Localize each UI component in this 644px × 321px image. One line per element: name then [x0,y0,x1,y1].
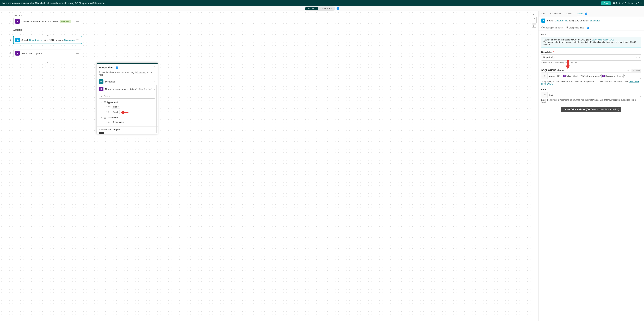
search-for-select[interactable]: Opportunity ✕ ▾ [541,54,641,61]
svg-rect-6 [100,81,102,81]
field-hint: SOQL query to filter the records you wan… [541,80,641,85]
object-icon [104,117,106,119]
workbot-icon [15,19,20,24]
setup-toolbar: Show optional fields Group map data ? [538,25,644,31]
action-title: Search Opportunities using SOQL query in… [547,19,637,22]
refresh-button[interactable]: Refresh [622,2,633,5]
tab-test-jobs[interactable]: TEST JOBS [318,7,335,10]
svg-rect-11 [104,101,105,102]
actions-label: ACTIONS [13,29,530,31]
step-card-1[interactable]: New dynamic menu event in Workbot Real-t… [13,18,82,25]
field-hint: Select the Salesforce object to search f… [541,61,641,64]
help-icon[interactable]: ? [586,27,589,29]
collapse-icon[interactable]: ▾ [102,101,104,103]
current-step-output-label: Current step output [96,126,158,132]
salesforce-icon [541,19,545,23]
zoom-in-button[interactable]: + [532,17,536,20]
connector [48,32,48,36]
connector [48,44,48,50]
soql-content[interactable]: name LIKE ' Value | Step 1 ' AND stageNa… [548,73,641,79]
step-card-2[interactable]: Search Opportunities using SOQL query in… [13,36,82,44]
learn-more-link[interactable]: Learn more about SOQL [592,39,614,41]
setup-breadcrumbs: App → Connection → Action → Setup ? [538,11,644,17]
datapill-stagename[interactable]: Stagename [112,120,125,124]
help-toggle[interactable]: HELP ⌃ [541,33,641,35]
chevron-down-icon: ⌄ [153,88,155,90]
collapse-icon[interactable]: ▾ [102,117,104,119]
svg-rect-25 [564,76,565,77]
top-bar: New dynamic menu event in Workbot will s… [0,0,644,6]
save-button[interactable]: Save [601,1,610,5]
step-row-2: 2 Search Opportunities using SOQL query … [8,36,530,44]
help-icon[interactable]: ? [585,13,587,15]
svg-point-5 [18,53,18,53]
step-menu-icon[interactable]: ••• [75,20,80,23]
panel-scrollbar[interactable] [156,85,157,133]
svg-marker-19 [120,111,128,114]
refresh-icon [622,2,624,4]
close-panel-button[interactable]: ✕ [637,19,641,23]
clear-icon[interactable]: ✕ [635,56,637,59]
limit-input[interactable]: 1 2 3 [541,92,641,98]
test-button[interactable]: Test [613,2,620,5]
show-optional-fields-button[interactable]: Show optional fields [541,26,563,29]
eye-icon [541,26,544,29]
soql-input[interactable]: Text Formula A B C name LIKE ' Value | S… [541,73,641,79]
field-hint: Enter the number of records to be return… [541,99,641,104]
undo-button[interactable] [532,13,536,16]
resize-handle[interactable] [640,96,641,97]
datapill-example: datapill [138,71,146,74]
main-tab-bar: RECIPE TEST JOBS ? [0,6,644,11]
arrow-icon: → [546,13,548,15]
svg-point-20 [542,27,543,28]
more-fields-banner[interactable]: 2 more fields available (See Show option… [561,107,622,112]
mode-formula[interactable]: Formula [632,69,641,72]
group-map-data-button[interactable]: Group map data [566,26,584,29]
field-limit: Limit 1 2 3 Enter the number of records … [541,88,641,104]
close-icon: ✕ [635,2,637,4]
step-card-3[interactable]: Return menu options ••• [13,50,82,57]
crumb-app[interactable]: App [541,13,545,15]
datapill-name[interactable]: Name [112,105,120,109]
datapill-search [96,93,158,100]
step-menu-icon[interactable]: ••• [75,39,80,42]
svg-rect-13 [104,103,105,103]
datapill-value[interactable]: Value [112,110,120,114]
main-layout: + − TRIGGER 1 New dynamic menu event in … [0,11,644,321]
tree-leaf-stagename: A B C Stagename [99,120,155,125]
step-row-3: 3 Return menu options ••• [8,50,530,57]
mode-text[interactable]: Text [625,69,631,72]
help-icon[interactable]: ? [336,7,339,10]
datapill-chip-stagename[interactable]: Stagename | Step 1 [601,74,624,78]
step-text: Return menu options [22,52,75,55]
tree-node-typeahead[interactable]: ▾ Typeahead [99,100,155,104]
steps-container: TRIGGER 1 New dynamic menu event in Work… [0,11,538,71]
resize-handle[interactable] [640,78,641,79]
properties-section[interactable]: Properties › [96,78,158,85]
step-menu-icon[interactable]: ••• [75,52,80,55]
recipe-data-desc: To use data from a previous step, drag i… [96,71,158,78]
svg-point-4 [17,53,17,53]
svg-rect-15 [104,117,105,117]
crumb-setup[interactable]: Setup [577,13,583,16]
help-icon[interactable]: ? [116,66,118,69]
add-step-button[interactable]: + [46,63,50,67]
properties-icon [99,79,104,84]
recipe-canvas[interactable]: + − TRIGGER 1 New dynamic menu event in … [0,11,538,321]
event-section[interactable]: New dynamic menu event (beta) (Step 1 ou… [96,85,158,93]
zoom-out-button[interactable]: − [532,20,536,23]
chevron-down-icon[interactable]: ▾ [638,56,640,59]
tab-recipe[interactable]: RECIPE [305,7,318,10]
expand-icon[interactable] [153,66,155,69]
exit-button[interactable]: ✕ Exit [635,2,642,5]
crumb-connection[interactable]: Connection [550,13,561,15]
crumb-action[interactable]: Action [566,13,572,15]
arrow-icon: → [574,13,576,15]
type-number-icon: 1 2 3 [542,92,548,98]
limit-value[interactable] [548,92,641,98]
search-input[interactable] [99,94,155,99]
datapill-chip-value[interactable]: Value | Step 1 [562,74,579,78]
tree-node-parameters[interactable]: ▾ Parameters [99,116,155,120]
fit-button[interactable] [532,25,536,28]
step-number: 3 [8,52,12,55]
